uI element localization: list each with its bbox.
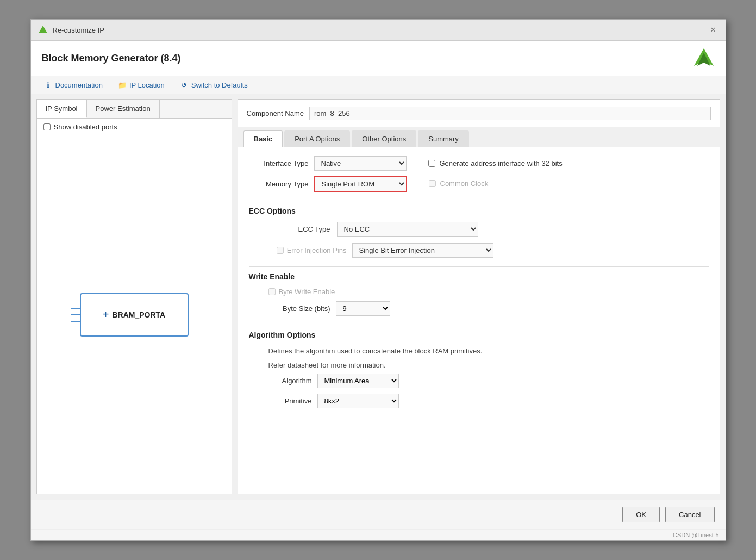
- refresh-icon: ↺: [180, 80, 189, 89]
- write-enable-section: Write Enable Byte Write Enable Byte Size…: [249, 272, 709, 316]
- generate-32bits-row: Generate address interface with 32 bits: [428, 159, 563, 167]
- title-bar: Re-customize IP ×: [31, 20, 726, 41]
- interface-type-row: Interface Type Native AXI4: [249, 156, 407, 171]
- algorithm-divider: [249, 325, 709, 325]
- tab-summary[interactable]: Summary: [418, 130, 469, 147]
- ok-button[interactable]: OK: [622, 507, 660, 522]
- right-tabs: Basic Port A Options Other Options Summa…: [238, 127, 720, 147]
- location-icon: 📁: [118, 80, 127, 89]
- switch-defaults-button[interactable]: ↺ Switch to Defaults: [178, 79, 250, 90]
- ip-location-button[interactable]: 📁 IP Location: [116, 79, 167, 90]
- bram-plus-icon: +: [103, 308, 109, 321]
- algorithm-row: Algorithm Minimum Area Low Power Fixed P…: [249, 374, 709, 388]
- byte-size-label: Byte Size (bits): [260, 304, 330, 313]
- main-dialog: Re-customize IP × Block Memory Generator…: [30, 19, 726, 541]
- documentation-label: Documentation: [55, 81, 103, 89]
- ecc-type-row: ECC Type No ECC Hamming ECC: [249, 222, 709, 237]
- common-clock-checkbox[interactable]: [429, 180, 436, 187]
- tab-port-a[interactable]: Port A Options: [284, 130, 350, 147]
- memory-type-select[interactable]: Single Port RAM Simple Dual Port RAM Tru…: [314, 176, 407, 192]
- interface-type-select[interactable]: Native AXI4: [314, 156, 407, 171]
- generate-32bits-label: Generate address interface with 32 bits: [440, 159, 563, 167]
- left-tabs: IP Symbol Power Estimation: [37, 100, 232, 119]
- tab-ip-symbol[interactable]: IP Symbol: [37, 100, 87, 118]
- error-injection-label: Error Injection Pins: [287, 246, 347, 254]
- comp-name-label: Component Name: [247, 109, 304, 117]
- show-disabled-label: Show disabled ports: [54, 123, 117, 131]
- svg-marker-0: [39, 26, 47, 33]
- interface-type-label: Interface Type: [249, 159, 309, 167]
- byte-write-checkbox[interactable]: [268, 288, 276, 295]
- tab-power-estimation[interactable]: Power Estimation: [87, 100, 160, 118]
- ecc-type-select[interactable]: No ECC Hamming ECC: [337, 222, 478, 237]
- error-injection-select[interactable]: Single Bit Error Injection Double Bit Er…: [352, 243, 493, 258]
- byte-write-label: Byte Write Enable: [279, 288, 335, 296]
- show-disabled-row: Show disabled ports: [37, 119, 232, 135]
- cancel-button[interactable]: Cancel: [665, 507, 714, 522]
- memory-type-label: Memory Type: [249, 180, 309, 188]
- watermark: CSDN @Linest-5: [31, 529, 726, 540]
- primitive-row: Primitive 8kx2 16kx1: [249, 394, 709, 408]
- byte-size-select[interactable]: 8 9: [336, 301, 390, 316]
- bottom-bar: OK Cancel: [31, 500, 726, 529]
- algorithm-desc2: Refer datasheet for more information.: [249, 360, 709, 371]
- error-injection-row: Error Injection Pins Single Bit Error In…: [249, 243, 709, 258]
- header-bar: Block Memory Generator (8.4): [31, 41, 726, 76]
- header-title: Block Memory Generator (8.4): [42, 53, 181, 64]
- show-disabled-checkbox[interactable]: [43, 123, 51, 130]
- basic-tab-content: Interface Type Native AXI4 Generate addr…: [238, 147, 720, 494]
- title-bar-left: Re-customize IP: [38, 24, 104, 35]
- left-panel: IP Symbol Power Estimation Show disabled…: [36, 99, 232, 494]
- vivado-logo: [693, 47, 715, 69]
- algorithm-label: Algorithm: [268, 377, 312, 385]
- primitive-select[interactable]: 8kx2 16kx1: [317, 394, 399, 408]
- error-injection-checkbox[interactable]: [277, 247, 284, 254]
- component-name-row: Component Name: [238, 100, 720, 127]
- generate-32bits-checkbox[interactable]: [428, 160, 435, 167]
- write-enable-divider: [249, 266, 709, 267]
- close-button[interactable]: ×: [707, 24, 718, 36]
- tab-other-options[interactable]: Other Options: [352, 130, 416, 147]
- common-clock-label: Common Clock: [440, 179, 489, 188]
- bram-symbol: + BRAM_PORTA: [80, 293, 189, 337]
- app-icon: [38, 24, 48, 35]
- toolbar: ℹ Documentation 📁 IP Location ↺ Switch t…: [31, 76, 726, 94]
- dialog-title: Re-customize IP: [53, 26, 104, 34]
- bram-line-1: [71, 308, 80, 309]
- main-content: IP Symbol Power Estimation Show disabled…: [31, 94, 726, 500]
- bram-label: BRAM_PORTA: [112, 310, 165, 319]
- algorithm-desc1: Defines the algorithm used to concatenat…: [249, 346, 709, 357]
- bram-left-lines: [71, 308, 80, 322]
- bram-line-3: [71, 321, 80, 322]
- documentation-button[interactable]: ℹ Documentation: [42, 79, 105, 90]
- error-injection-checkbox-label: Error Injection Pins: [260, 246, 347, 254]
- symbol-area: + BRAM_PORTA: [37, 135, 232, 494]
- ip-location-label: IP Location: [129, 81, 165, 89]
- ecc-section-title: ECC Options: [249, 207, 709, 215]
- ecc-type-label: ECC Type: [260, 225, 330, 233]
- algorithm-section: Algorithm Options Defines the algorithm …: [249, 331, 709, 408]
- switch-defaults-label: Switch to Defaults: [191, 81, 248, 89]
- byte-write-row: Byte Write Enable: [249, 288, 709, 296]
- memory-type-row: Memory Type Single Port RAM Simple Dual …: [249, 176, 407, 192]
- algorithm-select[interactable]: Minimum Area Low Power Fixed Primitives: [317, 374, 399, 388]
- algorithm-title: Algorithm Options: [249, 331, 709, 339]
- bram-line-2: [71, 314, 80, 315]
- comp-name-input[interactable]: [309, 107, 711, 120]
- right-panel: Component Name Basic Port A Options Othe…: [238, 99, 720, 494]
- info-icon: ℹ: [44, 80, 53, 89]
- common-clock-row: Common Clock: [429, 179, 489, 188]
- ecc-divider: [249, 201, 709, 201]
- primitive-label: Primitive: [268, 397, 312, 405]
- byte-size-row: Byte Size (bits) 8 9: [249, 301, 709, 316]
- write-enable-title: Write Enable: [249, 272, 709, 281]
- tab-basic[interactable]: Basic: [243, 130, 283, 147]
